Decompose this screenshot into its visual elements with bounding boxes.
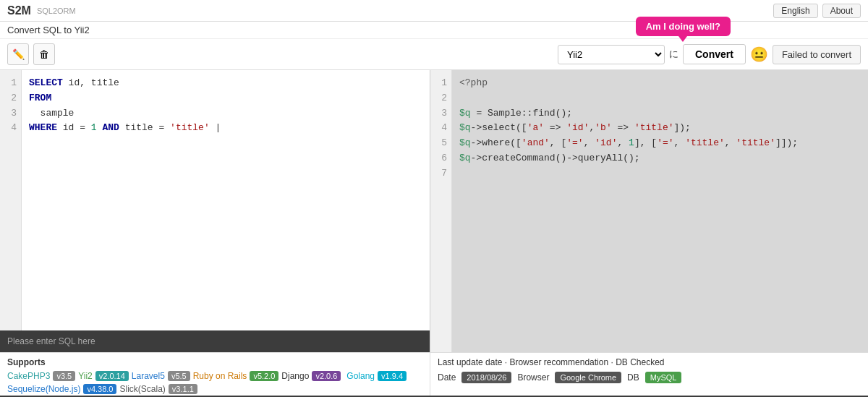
language-button[interactable]: English (773, 4, 817, 18)
right-editor: 1 2 3 4 5 6 7 <?php $q = Sample::find();… (430, 70, 868, 352)
badge-laravel: v5.5 (168, 371, 190, 381)
header-right: English About (773, 4, 861, 18)
framework-name-slick: Slick(Scala) (119, 384, 165, 394)
supports-badges: CakePHP3 v3.5 Yii2 v2.0.14 Laravel5 v5.5… (7, 370, 422, 394)
framework-select-wrap: Yii2 CakePHP3 Laravel5 Ruby on Rails Dja… (558, 45, 665, 64)
header: S2M SQL2ORM English About (0, 0, 868, 22)
sql-code-area[interactable]: 1 2 3 4 SELECT id, title FROM sample WHE… (0, 70, 430, 330)
logo-subtitle: SQL2ORM (37, 7, 76, 15)
sql-code-content[interactable]: SELECT id, title FROM sample WHERE id = … (22, 70, 430, 330)
info-section: Last update date · Browser recommendatio… (430, 353, 868, 396)
convert-button[interactable]: Convert (683, 44, 746, 64)
badge-slick: v3.1.1 (169, 384, 197, 394)
badge-rails: v5.2.0 (250, 371, 278, 381)
badge-golang: v1.9.4 (378, 371, 407, 381)
framework-name-yii2: Yii2 (78, 371, 93, 381)
framework-name-laravel: Laravel5 (132, 371, 165, 381)
php-code-content[interactable]: <?php $q = Sample::find(); $q->select(['… (452, 70, 868, 352)
logo: S2M (7, 4, 31, 17)
php-code-area[interactable]: 1 2 3 4 5 6 7 <?php $q = Sample::find();… (430, 70, 868, 352)
about-button[interactable]: About (822, 4, 861, 18)
framework-name-rails: Ruby on Rails (193, 371, 247, 381)
tooltip-bubble: Am I doing well? (636, 17, 731, 36)
failed-button[interactable]: Failed to convert (773, 45, 861, 64)
supports-title: Supports (7, 357, 422, 367)
update-text: Last update date · Browser recommendatio… (438, 357, 861, 367)
line-numbers-left: 1 2 3 4 (0, 70, 22, 330)
browser-label: Browser (517, 372, 549, 383)
browser-value: Google Chrome (555, 372, 621, 383)
date-label: Date (438, 372, 456, 383)
toolbar: ✏️ 🗑 Am I doing well? Yii2 CakePHP3 Lara… (0, 39, 868, 70)
header-left: S2M SQL2ORM (7, 4, 76, 17)
badge-yii2: v2.0.14 (95, 371, 129, 381)
editor-footer: Please enter SQL here (0, 330, 430, 352)
framework-name-cakephp: CakePHP3 (7, 371, 50, 381)
right-toolbar: Am I doing well? Yii2 CakePHP3 Laravel5 … (558, 44, 861, 64)
framework-name-sequelize: Sequelize(Node.js) (7, 384, 80, 394)
framework-name-golang: Golang (346, 371, 375, 381)
info-badges: Date 2018/08/26 Browser Google Chrome DB… (438, 372, 861, 383)
line-numbers-right: 1 2 3 4 5 6 7 (430, 70, 452, 352)
ni-text: に (669, 48, 678, 61)
badge-sequelize: v4.38.0 (83, 384, 116, 394)
date-value: 2018/08/26 (461, 372, 511, 383)
left-editor: 1 2 3 4 SELECT id, title FROM sample WHE… (0, 70, 430, 352)
emoji-button[interactable]: 😐 (750, 46, 768, 63)
page-subtitle: Convert SQL to Yii2 (0, 22, 868, 39)
supports-section: Supports CakePHP3 v3.5 Yii2 v2.0.14 Lara… (0, 353, 430, 396)
bottom-bar: Supports CakePHP3 v3.5 Yii2 v2.0.14 Lara… (0, 352, 868, 396)
badge-cakephp: v3.5 (53, 371, 75, 381)
db-value: MySQL (645, 372, 682, 383)
edit-button[interactable]: ✏️ (7, 43, 29, 65)
framework-select[interactable]: Yii2 CakePHP3 Laravel5 Ruby on Rails Dja… (558, 45, 665, 64)
delete-button[interactable]: 🗑 (33, 43, 55, 65)
db-label: DB (627, 372, 639, 383)
main-content: 1 2 3 4 SELECT id, title FROM sample WHE… (0, 70, 868, 352)
framework-name-django: Django (281, 371, 309, 381)
badge-django: v2.0.6 (312, 371, 341, 381)
